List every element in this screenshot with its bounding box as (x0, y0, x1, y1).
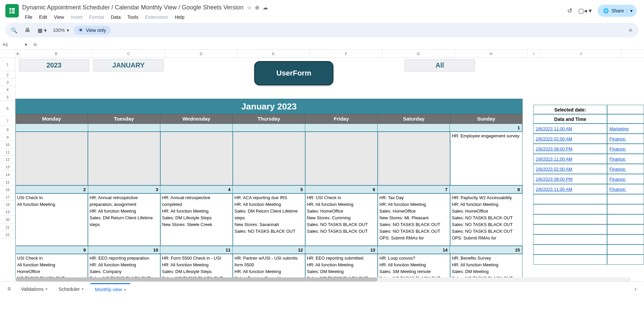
calendar-day-number[interactable]: 14 (378, 246, 450, 254)
row-header[interactable]: 6 (0, 101, 15, 116)
row-header[interactable]: 21 (0, 224, 15, 231)
row-header[interactable]: 14 (0, 171, 15, 179)
appointment-category[interactable] (607, 204, 644, 214)
zoom-dropdown[interactable]: 100% ▾ (53, 28, 69, 33)
tab-validations[interactable]: Validations ▾ (16, 284, 52, 295)
row-header[interactable]: 22 (0, 231, 15, 238)
chevron-down-icon[interactable]: ▾ (82, 287, 84, 291)
col-header[interactable]: C (93, 50, 165, 57)
chevron-down-icon[interactable]: ▾ (46, 287, 47, 291)
calendar-day-number[interactable]: 15 (450, 246, 522, 254)
formula-bar[interactable] (40, 40, 644, 49)
calendar-day-number[interactable]: 9 (16, 246, 88, 254)
collapse-icon[interactable]: ㅿ (627, 26, 635, 35)
menu-file[interactable]: File (22, 13, 35, 21)
appointment-datetime[interactable] (533, 194, 607, 204)
calendar-day-number[interactable] (160, 124, 233, 131)
menu-data[interactable]: Data (108, 13, 123, 21)
calendar-cell[interactable]: HR: Annual retrospective completedHR: Al… (160, 193, 233, 246)
row-header[interactable]: 17 (0, 193, 15, 201)
calendar-day-number[interactable]: 3 (88, 186, 161, 193)
calendar-day-number[interactable] (88, 124, 161, 131)
appointment-category[interactable]: Finance: (607, 154, 644, 164)
calendar-day-number[interactable]: 13 (305, 246, 378, 254)
calendar-cell[interactable]: HR: ACA reporting due IRSHR: All functio… (233, 193, 305, 246)
search-icon[interactable]: 🔍 (9, 26, 19, 35)
calendar-cell[interactable]: HR: USI Check inHR: All function Meeting… (305, 193, 378, 246)
month-selector[interactable]: JANUARY (93, 59, 164, 72)
calendar-cell[interactable] (233, 132, 305, 185)
row-header[interactable]: 4 (0, 86, 15, 93)
scrollbar-thumb[interactable] (15, 277, 378, 281)
calendar-cell[interactable] (305, 132, 378, 185)
explore-icon[interactable]: ‹ (631, 283, 640, 295)
calendar-day-number[interactable] (233, 124, 305, 131)
filter-views-icon[interactable]: ▦ ▾ (36, 26, 48, 35)
col-header[interactable]: H (455, 50, 527, 57)
appointment-category[interactable]: Finance: (607, 144, 644, 154)
row-header[interactable]: 12 (0, 156, 15, 163)
calendar-day-number[interactable]: 11 (160, 246, 233, 254)
appointment-datetime[interactable]: 2/8/2023 02:00 AM (533, 164, 607, 174)
col-header[interactable]: B (20, 50, 93, 57)
appointment-datetime[interactable] (533, 224, 607, 234)
appointment-category[interactable]: Finance: (607, 174, 644, 184)
view-only-badge[interactable]: 👁 View only (74, 26, 111, 35)
row-header[interactable]: 5 (0, 93, 15, 101)
menu-edit[interactable]: Edit (37, 13, 50, 21)
calendar-day-number[interactable] (305, 124, 378, 131)
row-header[interactable]: 19 (0, 208, 15, 216)
calendar-day-number[interactable]: 7 (378, 186, 450, 193)
calendar-day-number[interactable]: 10 (88, 246, 161, 254)
col-header[interactable]: I (527, 50, 541, 57)
calendar-cell[interactable]: HR: Paylocity W2 AccessabilityHR: All fu… (450, 193, 523, 246)
calendar-cell[interactable] (378, 132, 450, 185)
share-button[interactable]: 🌐 Share ▾ (598, 5, 637, 17)
history-icon[interactable]: ↺ (567, 7, 572, 14)
col-header[interactable]: G (382, 50, 455, 57)
appointment-datetime[interactable]: 2/8/2023 11:00 AM (533, 124, 607, 134)
col-header[interactable]: A (15, 50, 20, 57)
calendar-cell[interactable]: HR: Employee engagement survey (450, 132, 523, 185)
appointment-category[interactable] (607, 255, 644, 265)
row-header[interactable]: 15 (0, 179, 15, 186)
col-header[interactable]: F (310, 50, 382, 57)
col-header[interactable]: E (237, 50, 310, 57)
appointment-datetime[interactable]: 2/8/2023 11:00 AM (533, 184, 607, 194)
appointment-datetime[interactable]: 2/8/2023 11:00 AM (533, 154, 607, 164)
spreadsheet-cells[interactable]: 2023 JANUARY All UserForm January 2023 M… (15, 58, 644, 281)
calendar-day-number[interactable]: 12 (233, 246, 305, 254)
row-header[interactable]: 20 (0, 216, 15, 224)
calendar-day-number[interactable]: 8 (450, 186, 522, 193)
col-header[interactable]: D (165, 50, 237, 57)
row-header[interactable]: 11 (0, 148, 15, 156)
tab-monthly-view[interactable]: Monthly view ▾ (90, 283, 130, 295)
col-header[interactable]: J (541, 50, 621, 57)
menu-help[interactable]: Help (172, 13, 187, 21)
calendar-cell[interactable]: HR: Annual retrospective preparation, as… (88, 193, 160, 246)
calendar-day-number[interactable]: 6 (305, 186, 378, 193)
row-header[interactable]: 2 (0, 71, 15, 79)
appointment-datetime[interactable]: 2/8/2023 08:00 PM (533, 174, 607, 184)
calendar-day-number[interactable]: 4 (160, 186, 233, 193)
appointment-category[interactable] (607, 244, 644, 255)
appointment-datetime[interactable]: 2/8/2023 02:00 AM (533, 134, 607, 144)
tab-scheduler[interactable]: Scheduler ▾ (54, 284, 88, 295)
appointment-category[interactable] (607, 234, 644, 244)
appointment-datetime[interactable] (533, 204, 607, 214)
chevron-down-icon[interactable]: ▾ (627, 8, 633, 13)
appointment-datetime[interactable] (533, 244, 607, 255)
appointment-category[interactable]: Finance: (607, 134, 644, 144)
appointment-category[interactable] (607, 214, 644, 224)
name-box[interactable]: A1 ▾ (0, 40, 30, 49)
appointment-datetime[interactable] (533, 214, 607, 224)
filter-all-selector[interactable]: All (405, 59, 475, 72)
appointment-datetime[interactable] (533, 255, 607, 265)
calendar-day-number[interactable] (16, 124, 88, 131)
row-header[interactable]: 8 (0, 126, 15, 134)
doc-title[interactable]: Dynamic Appointment Scheduler / Calendar… (22, 4, 244, 11)
row-header[interactable]: 7 (0, 116, 15, 126)
all-sheets-icon[interactable]: ≡ (4, 283, 14, 295)
row-header[interactable]: 16 (0, 186, 15, 193)
cloud-status-icon[interactable]: ⊕ (255, 4, 259, 11)
